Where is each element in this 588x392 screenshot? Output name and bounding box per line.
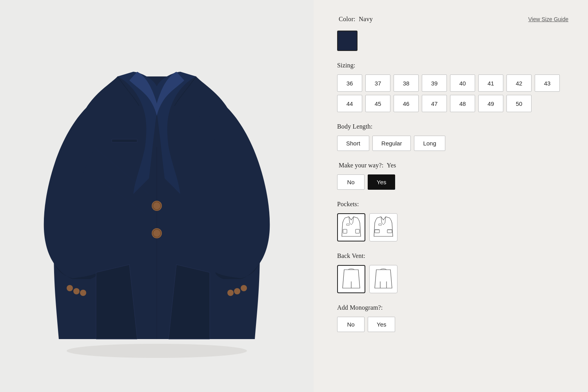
svg-rect-16: [356, 229, 359, 233]
size-btn-44[interactable]: 44: [337, 95, 362, 112]
pockets-label: Pockets:: [337, 201, 568, 208]
svg-point-0: [67, 344, 247, 358]
svg-rect-19: [375, 230, 379, 233]
svg-rect-21: [387, 230, 392, 233]
make-your-way-label-text: Make your way?:: [339, 162, 383, 169]
add-monogram-label: Add Monogram?:: [337, 304, 568, 311]
options-panel: Color: Navy View Size Guide Sizing: 3637…: [314, 0, 588, 392]
make-your-way-yes[interactable]: Yes: [368, 174, 395, 190]
view-size-guide-link[interactable]: View Size Guide: [528, 16, 568, 22]
make-your-way-options: NoYes: [337, 174, 568, 190]
body-length-short[interactable]: Short: [337, 136, 369, 151]
color-row: Color: Navy View Size Guide: [337, 16, 568, 23]
monogram-no[interactable]: No: [337, 317, 365, 332]
size-btn-39[interactable]: 39: [422, 74, 447, 92]
pocket-option-1[interactable]: [337, 213, 365, 241]
size-btn-43[interactable]: 43: [535, 74, 560, 92]
make-your-way-no[interactable]: No: [337, 174, 365, 190]
sizing-grid: 363738394041424344454647484950: [337, 74, 568, 112]
color-label-text: Color:: [339, 16, 356, 22]
back-vent-options: [337, 265, 568, 293]
product-image: [35, 29, 278, 363]
body-length-long[interactable]: Long: [414, 136, 445, 151]
svg-rect-22: [379, 224, 381, 225]
svg-point-10: [152, 228, 162, 238]
pocket-option-2[interactable]: [369, 213, 397, 241]
svg-rect-8: [112, 139, 137, 142]
body-length-regular[interactable]: Regular: [372, 136, 411, 151]
svg-point-9: [152, 201, 162, 211]
size-btn-50[interactable]: 50: [506, 95, 532, 112]
back-vent-label: Back Vent:: [337, 252, 568, 260]
make-your-way-value-text: Yes: [387, 162, 396, 169]
svg-point-2: [73, 288, 80, 294]
size-btn-38[interactable]: 38: [394, 74, 419, 92]
svg-point-1: [67, 285, 73, 291]
size-btn-41[interactable]: 41: [478, 74, 503, 92]
size-btn-48[interactable]: 48: [450, 95, 475, 112]
size-btn-45[interactable]: 45: [365, 95, 390, 112]
sizing-label: Sizing:: [337, 62, 568, 69]
size-btn-49[interactable]: 49: [478, 95, 503, 112]
color-swatches: [337, 31, 568, 51]
make-your-way-label: Make your way?: Yes: [337, 162, 568, 169]
size-btn-46[interactable]: 46: [394, 95, 419, 112]
add-monogram-options: NoYes: [337, 317, 568, 332]
svg-point-3: [80, 290, 86, 296]
body-length-label: Body Length:: [337, 123, 568, 130]
back-vent-option-1[interactable]: [337, 265, 365, 293]
svg-rect-15: [343, 229, 347, 233]
pockets-options: [337, 213, 568, 241]
size-btn-47[interactable]: 47: [422, 95, 447, 112]
product-image-area: [0, 0, 314, 392]
svg-point-6: [227, 290, 234, 296]
color-label: Color: Navy: [337, 16, 373, 23]
size-btn-42[interactable]: 42: [506, 74, 532, 92]
color-swatch-navy[interactable]: [337, 31, 358, 51]
body-length-options: ShortRegularLong: [337, 136, 568, 151]
monogram-yes[interactable]: Yes: [368, 317, 395, 332]
color-value-text: Navy: [359, 16, 373, 22]
size-btn-37[interactable]: 37: [365, 74, 390, 92]
svg-point-5: [234, 288, 240, 294]
size-btn-36[interactable]: 36: [337, 74, 362, 92]
svg-point-4: [241, 285, 247, 291]
svg-rect-17: [347, 224, 349, 225]
back-vent-option-2[interactable]: [369, 265, 397, 293]
size-btn-40[interactable]: 40: [450, 74, 475, 92]
